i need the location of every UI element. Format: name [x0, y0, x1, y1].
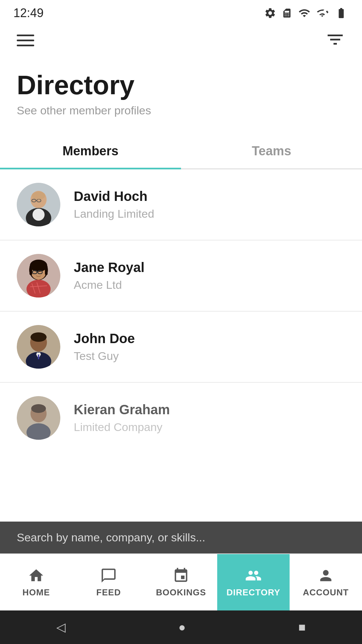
nav-home[interactable]: HOME: [0, 554, 72, 610]
system-nav: ◁ ● ■: [0, 610, 362, 644]
bookings-icon: [173, 567, 189, 584]
tabs-container: Members Teams: [0, 134, 362, 169]
nav-account-label: ACCOUNT: [303, 587, 349, 598]
nav-bookings[interactable]: BOOKINGS: [145, 554, 217, 610]
member-info-john-doe: John Doe Test Guy: [74, 331, 345, 363]
status-icons: [264, 7, 349, 19]
home-icon: [28, 567, 45, 584]
member-company-kieran-graham: Limited Company: [74, 421, 345, 434]
back-button[interactable]: ◁: [56, 620, 66, 634]
bottom-nav: HOME FEED BOOKINGS DIRECTORY ACCOUNT: [0, 553, 362, 610]
member-company-jane-royal: Acme Ltd: [74, 278, 345, 291]
hamburger-line-1: [17, 35, 34, 36]
recents-button[interactable]: ■: [298, 620, 306, 634]
svg-rect-13: [45, 266, 48, 275]
member-name-john-doe: John Doe: [74, 331, 345, 346]
member-info-jane-royal: Jane Royal Acme Ltd: [74, 260, 345, 291]
filter-button[interactable]: [325, 30, 345, 51]
member-info-kieran-graham: Kieran Graham Limited Company: [74, 402, 345, 434]
filter-icon: [325, 30, 345, 50]
avatar-kieran-graham: [17, 396, 60, 440]
avatar-john-doe: [17, 325, 60, 369]
top-nav: [0, 23, 362, 57]
member-name-jane-royal: Jane Royal: [74, 260, 345, 275]
hamburger-menu[interactable]: [17, 35, 34, 46]
page-title: Directory: [17, 70, 345, 100]
account-icon: [317, 567, 334, 584]
member-item-john-doe[interactable]: John Doe Test Guy: [0, 312, 362, 383]
member-item-david-hoch[interactable]: David Hoch Landing Limited: [0, 169, 362, 240]
nav-home-label: HOME: [22, 587, 50, 598]
status-bar: 12:49: [0, 0, 362, 23]
member-info-david-hoch: David Hoch Landing Limited: [74, 189, 345, 220]
tab-members[interactable]: Members: [0, 134, 181, 168]
svg-point-29: [31, 404, 46, 413]
nav-account[interactable]: ACCOUNT: [290, 554, 362, 610]
svg-point-23: [31, 332, 47, 342]
search-placeholder: Search by name, company, or skills...: [17, 531, 205, 544]
svg-point-7: [32, 192, 45, 200]
svg-rect-12: [29, 266, 32, 275]
nav-feed[interactable]: FEED: [72, 554, 145, 610]
tab-teams[interactable]: Teams: [181, 134, 362, 168]
feed-icon: [100, 567, 117, 584]
member-name-david-hoch: David Hoch: [74, 189, 345, 204]
svg-point-11: [30, 260, 47, 272]
member-name-kieran-graham: Kieran Graham: [74, 402, 345, 417]
member-item-kieran-graham[interactable]: Kieran Graham Limited Company: [0, 383, 362, 453]
wifi-icon: [298, 7, 311, 19]
svg-point-3: [33, 209, 45, 221]
hamburger-line-2: [17, 40, 34, 41]
battery-icon: [334, 7, 349, 19]
home-button[interactable]: ●: [178, 620, 186, 634]
sim-icon: [282, 7, 292, 19]
signal-icon: [316, 7, 328, 19]
nav-feed-label: FEED: [96, 587, 121, 598]
member-company-john-doe: Test Guy: [74, 350, 345, 363]
nav-directory-label: DIRECTORY: [227, 587, 281, 598]
member-list: David Hoch Landing Limited: [0, 169, 362, 453]
search-overlay[interactable]: Search by name, company, or skills...: [0, 522, 362, 553]
member-company-david-hoch: Landing Limited: [74, 207, 345, 220]
avatar-jane-royal: [17, 254, 60, 298]
nav-directory[interactable]: DIRECTORY: [217, 554, 290, 610]
settings-icon: [264, 7, 276, 19]
hamburger-line-3: [17, 45, 34, 46]
nav-bookings-label: BOOKINGS: [156, 587, 206, 598]
directory-icon: [244, 567, 262, 584]
avatar-david-hoch: [17, 183, 60, 226]
page-header: Directory See other member profiles: [0, 57, 362, 134]
page-subtitle: See other member profiles: [17, 104, 345, 117]
svg-rect-26: [38, 355, 39, 359]
status-time: 12:49: [13, 6, 44, 20]
member-item-jane-royal[interactable]: Jane Royal Acme Ltd: [0, 240, 362, 312]
